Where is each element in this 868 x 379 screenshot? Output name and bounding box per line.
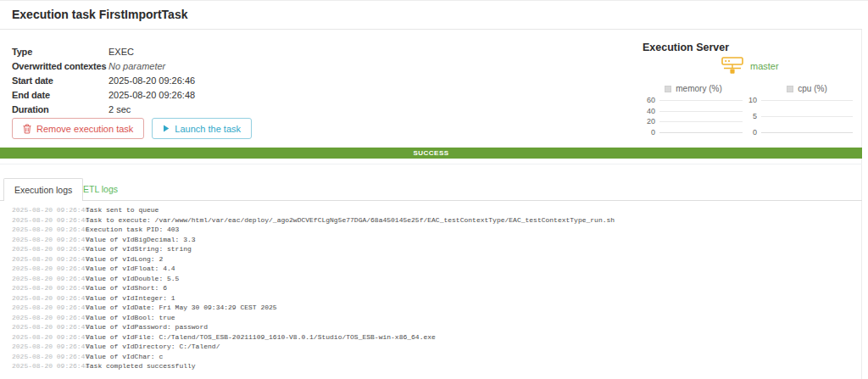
y-tick: 0 [651, 128, 655, 137]
log-timestamp: 2025-08-20 09:26:47 [0, 293, 86, 304]
tabstrip-border [0, 200, 862, 201]
launch-task-button[interactable]: Launch the task [152, 118, 252, 139]
detail-label: End date [12, 90, 108, 100]
log-timestamp: 2025-08-20 09:26:46 [0, 215, 86, 226]
log-timestamp: 2025-08-20 09:26:47 [0, 352, 86, 362]
log-line: 2025-08-20 09:26:46Execution task PID: 4… [0, 225, 861, 235]
detail-row-end-date: End date 2025-08-20 09:26:48 [12, 87, 195, 102]
log-line: 2025-08-20 09:26:47Value of vIdLong: 2 [0, 254, 861, 265]
log-timestamp: 2025-08-20 09:26:47 [0, 283, 86, 293]
log-line: 2025-08-20 09:26:47Value of vIdFile: C:/… [0, 332, 861, 343]
launch-button-label: Launch the task [175, 124, 241, 134]
tab-label: ETL logs [83, 184, 118, 194]
log-message: Value of vIdFile: C:/Talend/TOS_ESB-2021… [86, 332, 436, 343]
y-tick: 5 [753, 112, 757, 120]
detail-row-contexts: Overwritted contextes No parameter [12, 59, 195, 73]
detail-row-start-date: Start date 2025-08-20 09:26:46 [12, 73, 195, 87]
task-details-table: Type EXEC Overwritted contextes No param… [12, 44, 195, 116]
memory-chart: 60 40 20 0 [659, 100, 743, 132]
execution-log-panel[interactable]: 2025-08-20 09:26:46Task sent to queue202… [0, 205, 861, 379]
panel-divider [0, 164, 862, 164]
status-banner: SUCCESS [0, 148, 862, 159]
y-tick: 0 [753, 128, 757, 137]
detail-row-type: Type EXEC [12, 44, 195, 59]
gridline: 0 [659, 132, 743, 133]
page-title: Execution task FirstImportTask [12, 8, 187, 21]
log-line: 2025-08-20 09:26:47Value of vIdChar: c [0, 352, 861, 362]
gridline: 20 [659, 121, 743, 122]
remove-execution-task-button[interactable]: Remove execution task [12, 118, 144, 139]
tab-label: Execution logs [14, 185, 72, 195]
detail-value: 2025-08-20 09:26:46 [108, 75, 195, 86]
log-line: 2025-08-20 09:26:47Value of vIdInteger: … [0, 293, 861, 304]
log-message: Value of vIdBool: true [86, 313, 175, 323]
log-message: Value of vIdShort: 6 [86, 283, 167, 293]
log-timestamp: 2025-08-20 09:26:47 [0, 342, 86, 352]
log-list: 2025-08-20 09:26:46Task sent to queue202… [0, 205, 861, 371]
log-line: 2025-08-20 09:26:47Value of vIdPassword:… [0, 322, 861, 332]
log-timestamp: 2025-08-20 09:26:46 [0, 225, 86, 235]
gridline: 0 [761, 132, 853, 133]
y-tick: 60 [647, 96, 655, 104]
gridline: 40 [659, 111, 743, 112]
log-message: Value of vIdPassword: password [86, 322, 208, 332]
detail-value: No parameter [108, 61, 165, 71]
log-message: Value of vIdDouble: 5.5 [86, 274, 179, 284]
detail-label: Duration [12, 104, 108, 114]
memory-legend-label: memory (%) [676, 84, 721, 93]
log-timestamp: 2025-08-20 09:26:47 [0, 264, 86, 274]
log-timestamp: 2025-08-20 09:26:46 [0, 205, 86, 215]
log-message: Task completed successfully [86, 361, 196, 371]
log-message: Task sent to queue [86, 205, 159, 215]
gridline: 60 [659, 100, 743, 101]
log-timestamp: 2025-08-20 09:26:48 [0, 361, 86, 371]
header-divider [0, 29, 862, 30]
log-message: Value of vIdLong: 2 [86, 254, 163, 265]
remove-button-label: Remove execution task [36, 124, 133, 134]
log-timestamp: 2025-08-20 09:26:47 [0, 332, 86, 343]
log-line: 2025-08-20 09:26:46Task to execute: /var… [0, 215, 861, 226]
detail-value: 2 sec [108, 104, 131, 114]
log-line: 2025-08-20 09:26:47Value of vIdShort: 6 [0, 283, 861, 293]
log-message: Task to execute: /var/www/html/var/eac/d… [86, 215, 615, 226]
execution-task-page: Execution task FirstImportTask Type EXEC… [0, 0, 868, 379]
log-timestamp: 2025-08-20 09:26:47 [0, 303, 86, 313]
log-line: 2025-08-20 09:26:47Value of vIdDouble: 5… [0, 274, 861, 284]
content-right-border [861, 30, 862, 379]
detail-label: Type [12, 47, 108, 57]
gridline: 10 [761, 100, 853, 101]
detail-label: Overwritted contextes [12, 61, 108, 71]
legend-symbol [665, 86, 671, 92]
detail-row-duration: Duration 2 sec [12, 102, 195, 116]
execution-server-title: Execution Server [643, 42, 729, 53]
legend-symbol [787, 86, 793, 92]
log-timestamp: 2025-08-20 09:26:47 [0, 274, 86, 284]
y-tick: 20 [647, 117, 655, 125]
memory-chart-legend[interactable]: memory (%) [643, 84, 744, 93]
log-message: Value of vIdDirectory: C:/Talend/ [86, 342, 220, 352]
log-timestamp: 2025-08-20 09:26:47 [0, 254, 86, 265]
cpu-chart-legend[interactable]: cpu (%) [753, 84, 861, 93]
log-timestamp: 2025-08-20 09:26:47 [0, 322, 86, 332]
log-message: Value of vIdInteger: 1 [86, 293, 175, 304]
log-timestamp: 2025-08-20 09:26:47 [0, 313, 86, 323]
log-line: 2025-08-20 09:26:47Value of vIdBigDecima… [0, 235, 861, 245]
tab-execution-logs[interactable]: Execution logs [3, 178, 83, 201]
play-icon [163, 125, 170, 132]
log-line: 2025-08-20 09:26:47Value of vIdDirectory… [0, 342, 861, 352]
log-line: 2025-08-20 09:26:47Value of vIdBool: tru… [0, 313, 861, 323]
log-line: 2025-08-20 09:26:47Value of vIdString: s… [0, 244, 861, 254]
detail-label: Start date [12, 75, 108, 86]
log-line: 2025-08-20 09:26:47Value of vIdFloat: 4.… [0, 264, 861, 274]
log-line: 2025-08-20 09:26:47Value of vIdDate: Fri… [0, 303, 861, 313]
detail-value: EXEC [108, 47, 134, 57]
server-node-master[interactable]: master [720, 57, 779, 75]
y-tick: 40 [647, 107, 655, 115]
gridline: 5 [761, 116, 853, 117]
log-message: Value of vIdDate: Fri May 30 09:34:29 CE… [86, 303, 277, 313]
log-line: 2025-08-20 09:26:48Task completed succes… [0, 361, 861, 371]
log-message: Value of vIdChar: c [86, 352, 163, 362]
server-name-label: master [750, 61, 779, 71]
log-line: 2025-08-20 09:26:46Task sent to queue [0, 205, 861, 215]
log-message: Value of vIdFloat: 4.4 [86, 264, 175, 274]
